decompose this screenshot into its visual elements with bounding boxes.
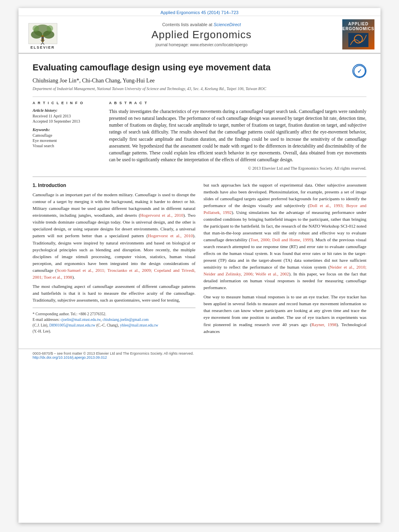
accepted-date: Accepted 10 September 2013 [33, 119, 101, 123]
body-col-left: 1. Introduction Camouflage is an importa… [33, 182, 195, 337]
abstract-copyright: © 2013 Elsevier Ltd and The Ergonomics S… [109, 166, 366, 170]
elsevier-logo-container: ELSEVIER [25, 19, 61, 49]
footnote-label-yh: (Y.-H. Lee). [33, 329, 195, 334]
logo-line1: APPLIED [342, 22, 374, 27]
ref-scott-samuel[interactable]: Scott-Samuel et al., 2011; Troscianko et… [33, 268, 195, 279]
article-info-heading: A R T I C L E I N F O [33, 101, 101, 105]
svg-point-2 [31, 31, 42, 39]
abstract-text: This study investigates the characterist… [109, 108, 366, 164]
history-label: Article history: [33, 108, 101, 113]
svg-point-3 [43, 31, 54, 39]
section1-para1: Camouflage is an important part of the m… [33, 191, 195, 281]
ref-hogervorst-2010b[interactable]: Hogervorst et al., 2010 [148, 233, 193, 238]
article-authors: Chiuhsiang Joe Lin*, Chi-Chan Chang, Yun… [33, 78, 366, 84]
article-history: Article history: Received 11 April 2013 … [33, 108, 101, 123]
science-direct-link[interactable]: ScienceDirect [214, 22, 241, 27]
article-affiliation: Department of Industrial Management, Nat… [33, 86, 366, 92]
email-link-3[interactable]: D8901005@mail.ntust.edu.tw [49, 323, 95, 327]
keyword-eye-movement: Eye movement [33, 138, 101, 143]
svg-point-6 [47, 25, 53, 32]
elsevier-tree-icon [28, 23, 58, 45]
footnote-corresponding: * Corresponding author. Tel.: +886 2 273… [33, 311, 195, 317]
ref-toet-doll[interactable]: Toet, 2000; Doll and Home, 1999 [250, 237, 311, 242]
footer-issn: 0003-6870/$ – see front matter © 2013 El… [33, 351, 366, 355]
crossmark-badge: ✓ [352, 64, 366, 78]
footnote-area: * Corresponding author. Tel.: +886 2 273… [33, 308, 195, 334]
article-content: ✓ Evaluating camouflage design using eye… [19, 54, 380, 345]
footnote-emails-2: (C.J. Lin), D8901005@mail.ntust.edu.tw (… [33, 322, 195, 328]
journal-banner: Applied Ergonomics 45 (2014) 714–723 [19, 8, 380, 54]
keywords-label: Keywords: [33, 127, 101, 132]
journal-citation: Applied Ergonomics 45 (2014) 714–723 [160, 10, 239, 15]
keywords-section: Keywords: Camouflage Eye movement Visual… [33, 127, 101, 148]
journal-logo-icon [348, 33, 368, 47]
body-columns: 1. Introduction Camouflage is an importa… [33, 182, 366, 337]
crossmark-icon: ✓ [354, 65, 366, 77]
keyword-camouflage: Camouflage [33, 133, 101, 138]
page-footer: 0003-6870/$ – see front matter © 2013 El… [19, 349, 380, 362]
ref-hogervorst-2010a[interactable]: Hogervorst et al., 2010 [140, 213, 183, 218]
ref-neider[interactable]: Neider et al., 2010; Neider and Zelinsky… [204, 265, 366, 276]
ref-doll-boyce[interactable]: Doll et al., 1993; Boyce and Pollatsek, … [204, 203, 366, 215]
article-title: Evaluating camouflage design using eye m… [33, 62, 366, 74]
journal-title-center: Contents lists available at ScienceDirec… [65, 22, 338, 47]
footnote-emails: E-mail addresses: cjoelin@mail.ntust.edu… [33, 317, 195, 322]
section1-para2: The most challenging aspect of camouflag… [33, 283, 195, 304]
section1-right-para1: but such approaches lack the support of … [204, 182, 366, 292]
received-date: Received 11 April 2013 [33, 114, 101, 118]
article-info-abstract: A R T I C L E I N F O Article history: R… [33, 97, 366, 170]
journal-homepage: journal homepage: www.elsevier.com/locat… [65, 43, 338, 47]
svg-point-5 [33, 25, 39, 32]
science-direct-label: Contents lists available at ScienceDirec… [65, 22, 338, 27]
section1-heading: 1. Introduction [33, 182, 195, 189]
page: Applied Ergonomics 45 (2014) 714–723 [19, 8, 380, 523]
email-link-4[interactable]: yhlee@mail.ntust.edu.tw [120, 323, 158, 327]
title-section: ✓ Evaluating camouflage design using eye… [33, 62, 366, 74]
journal-top-bar: Applied Ergonomics 45 (2014) 714–723 [19, 8, 380, 16]
keyword-visual-search: Visual search [33, 144, 101, 148]
svg-text:✓: ✓ [357, 68, 362, 74]
body-col-right: but such approaches lack the support of … [204, 182, 366, 337]
logo-line2: ERGONOMICS [342, 27, 374, 31]
journal-header: ELSEVIER Contents lists available at Sci… [19, 16, 380, 53]
email-link-2[interactable]: chiuhsiang.joelin@gmail.com [103, 318, 148, 322]
email-link-1[interactable]: cjoelin@mail.ntust.edu.tw [61, 318, 101, 322]
elsevier-brand-text: ELSEVIER [31, 45, 55, 49]
abstract-heading: A B S T R A C T [109, 101, 366, 105]
article-info: A R T I C L E I N F O Article history: R… [33, 101, 101, 170]
journal-name: Applied Ergonomics [65, 29, 338, 41]
abstract-section: A B S T R A C T This study investigates … [109, 101, 366, 170]
ref-rayner[interactable]: Rayner, 1998 [311, 322, 336, 327]
elsevier-logo: ELSEVIER [25, 19, 61, 49]
svg-point-7 [41, 37, 44, 39]
journal-logo-right: APPLIED ERGONOMICS [342, 19, 374, 49]
section-divider [33, 177, 366, 177]
footer-doi-link[interactable]: http://dx.doi.org/10.1016/j.apergo.2013.… [33, 355, 107, 359]
section1-right-para2: One way to measure human visual response… [204, 294, 366, 335]
